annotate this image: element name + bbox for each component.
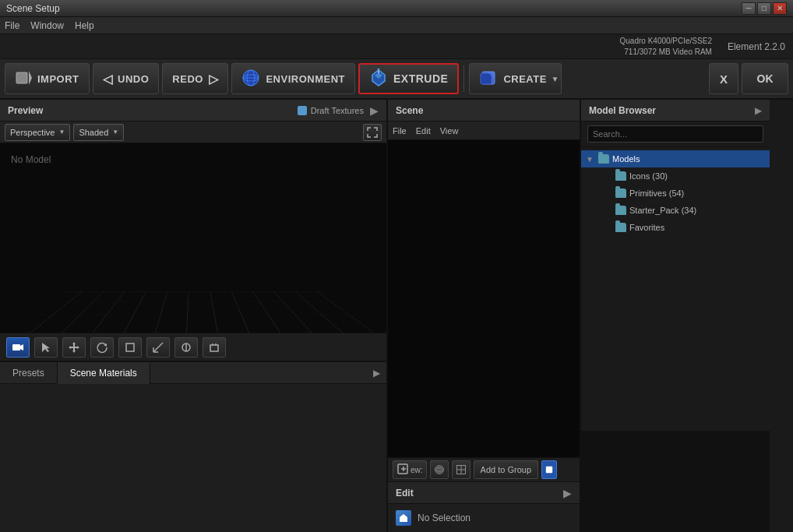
import-button[interactable]: IMPORT (5, 63, 90, 94)
tree-item-starter-pack[interactable]: Starter_Pack (34) (581, 202, 770, 219)
menu-help[interactable]: Help (75, 20, 94, 31)
grid-overlay (0, 239, 386, 333)
scene-menu-edit[interactable]: Edit (416, 126, 431, 136)
tree-models-label: Models (612, 154, 640, 164)
tree-models-icon (598, 154, 609, 164)
tree-primitives-label: Primitives (54) (629, 188, 684, 198)
model-browser-expand[interactable]: ▶ (755, 105, 762, 116)
scene-blue-action-button[interactable] (541, 460, 557, 479)
tab-presets[interactable]: Presets (0, 362, 58, 384)
scene-grid-button[interactable] (452, 460, 471, 479)
fullscreen-button[interactable] (363, 124, 382, 141)
svg-marker-9 (377, 69, 380, 69)
preview-expand-arrow[interactable]: ▶ (370, 104, 379, 117)
scene-menu-bar: File Edit View (388, 122, 580, 140)
camera-tool-button[interactable] (6, 337, 30, 358)
svg-marker-15 (42, 343, 50, 352)
perspective-dropdown[interactable]: Perspective ▼ (5, 124, 70, 141)
search-input[interactable] (587, 125, 763, 143)
undo-button[interactable]: ◁ UNDO (93, 63, 160, 94)
search-bar (581, 122, 770, 147)
environment-button[interactable]: ENVIRONMENT (231, 63, 355, 94)
scene-sphere-button[interactable] (430, 460, 449, 479)
cancel-button[interactable]: X (709, 63, 738, 94)
info-bar: Quadro K4000/PCIe/SSE2 711/3072 MB Video… (0, 34, 793, 59)
tree-models-arrow: ▼ (586, 155, 595, 164)
window-title: Scene Setup (6, 3, 60, 14)
scale-tool-button[interactable] (118, 337, 142, 358)
toolbar-right: X OK (709, 63, 788, 94)
frame-tool-button[interactable] (203, 337, 226, 358)
tree-icons-label: Icons (30) (629, 171, 668, 181)
scene-menu-file[interactable]: File (393, 126, 407, 136)
svg-line-19 (153, 343, 163, 352)
menu-window[interactable]: Window (30, 20, 64, 31)
no-selection-label: No Selection (418, 513, 471, 523)
draft-textures-icon (298, 106, 307, 115)
tree-item-models[interactable]: ▼ Models (581, 150, 770, 167)
scene-menu-view[interactable]: View (440, 126, 459, 136)
menu-file[interactable]: File (5, 20, 19, 31)
move-tool-button[interactable] (62, 337, 86, 358)
svg-marker-1 (29, 71, 32, 85)
tree-favorites-label: Favorites (629, 223, 664, 232)
svg-marker-14 (20, 344, 23, 351)
tree-item-favorites[interactable]: Favorites (581, 219, 770, 236)
tab-scene-materials[interactable]: Scene Materials (58, 362, 150, 384)
create-button[interactable]: CREATE (469, 63, 552, 94)
tree-favorites-icon (615, 223, 626, 232)
select-tool-button[interactable] (34, 337, 58, 358)
bottom-panel: Presets Scene Materials ▶ (0, 361, 386, 532)
transform-tool-button[interactable] (146, 337, 170, 358)
viewport-tools (0, 333, 386, 361)
preview-title: Preview (8, 105, 43, 116)
extrude-button[interactable]: EXTRUDE (358, 63, 459, 94)
orbit-tool-button[interactable] (174, 337, 198, 358)
rotate-tool-button[interactable] (90, 337, 114, 358)
model-browser-panel: Model Browser ▶ ▼ Models Icons (30) (581, 100, 770, 532)
svg-rect-0 (16, 72, 27, 83)
create-dropdown-arrow[interactable]: ▼ (549, 63, 562, 94)
edit-expand-arrow[interactable]: ▶ (563, 487, 572, 499)
bottom-tab-group: Presets Scene Materials (0, 362, 150, 384)
maximize-button[interactable]: □ (757, 2, 771, 15)
perspective-dropdown-arrow: ▼ (58, 129, 65, 136)
tree-icons-icon (615, 171, 626, 181)
scene-add-button[interactable]: ew: (393, 460, 427, 479)
model-browser-title: Model Browser (589, 105, 656, 116)
menu-bar: File Window Help (0, 17, 793, 34)
svg-point-30 (435, 466, 443, 474)
scene-panel: Scene File Edit View ew: (388, 100, 581, 532)
redo-button[interactable]: REDO ▷ (162, 63, 228, 94)
svg-marker-16 (69, 342, 79, 353)
edit-section: Edit ▶ No Selection (388, 482, 580, 532)
main-toolbar: IMPORT ◁ UNDO REDO ▷ ENVIRONMENT (0, 59, 793, 100)
shade-mode-dropdown[interactable]: Shaded ▼ (73, 124, 124, 141)
import-icon (15, 69, 32, 89)
svg-rect-35 (546, 467, 552, 473)
selection-icon (396, 510, 411, 526)
model-tree: ▼ Models Icons (30) Primitives (54) Sta (581, 147, 770, 431)
minimize-button[interactable]: ─ (742, 2, 756, 15)
close-button[interactable]: ✕ (773, 2, 787, 15)
main-content: Preview Draft Textures ▶ Perspective ▼ S… (0, 100, 793, 532)
tree-starter-pack-label: Starter_Pack (34) (629, 206, 696, 215)
element-version: Element 2.2.0 (728, 41, 785, 52)
bottom-tabs: Presets Scene Materials ▶ (0, 362, 386, 384)
extrude-icon (369, 69, 388, 90)
ok-button[interactable]: OK (742, 63, 788, 94)
scene-3d-viewport[interactable] (388, 140, 580, 457)
svg-marker-36 (400, 514, 407, 522)
tree-starter-pack-icon (615, 206, 626, 215)
tree-item-primitives[interactable]: Primitives (54) (581, 185, 770, 202)
add-to-group-button[interactable]: Add to Group (474, 460, 538, 479)
environment-icon (241, 69, 260, 90)
preview-panel: Preview Draft Textures ▶ Perspective ▼ S… (0, 100, 388, 532)
title-bar: Scene Setup ─ □ ✕ (0, 0, 793, 17)
undo-icon: ◁ (103, 72, 113, 86)
3d-viewport[interactable]: No Model (0, 143, 386, 333)
draft-textures-toggle[interactable]: Draft Textures (298, 106, 364, 115)
bottom-panel-expand[interactable]: ▶ (367, 368, 386, 379)
svg-rect-11 (481, 73, 492, 84)
tree-item-icons[interactable]: Icons (30) (581, 167, 770, 185)
